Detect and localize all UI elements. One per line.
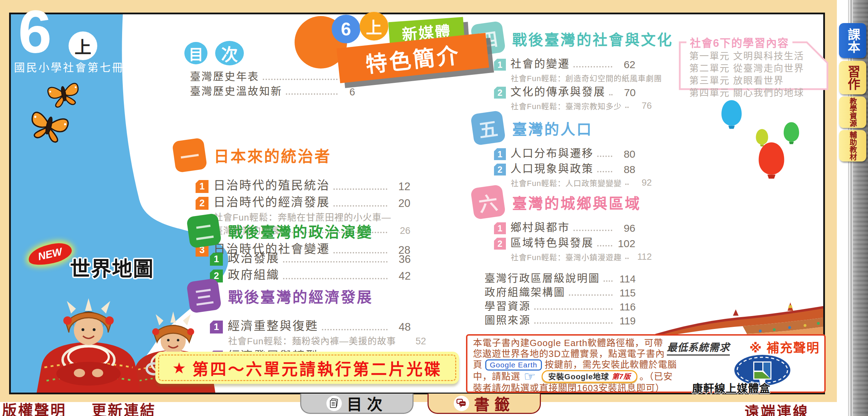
- toc-pages-icon: [326, 396, 342, 411]
- toc-entry[interactable]: 2 區域特色與發展 102: [494, 234, 635, 250]
- dotted-leader: [597, 171, 612, 172]
- dotted-leader: [322, 329, 388, 330]
- tab-workbook[interactable]: 習作: [839, 61, 866, 94]
- lesson-number-chip: 1: [210, 253, 223, 266]
- back-matter-list: 臺灣行政區層級說明圖 114 政府組織架構圖 115 學習資源 116 圖照來源…: [485, 271, 636, 327]
- toc-entry[interactable]: 2 文化的傳承與發展 70: [494, 83, 635, 99]
- dotted-leader: [283, 261, 388, 263]
- bookmark-tab[interactable]: 書籤: [428, 394, 541, 414]
- toc-entry-page: 115: [616, 287, 636, 299]
- sky-lantern-blue: [718, 99, 745, 131]
- dotted-leader: [333, 188, 387, 190]
- dotted-leader: [609, 94, 613, 95]
- world-map-link[interactable]: 世界地圖: [70, 252, 154, 282]
- dotted-leader: [573, 230, 612, 231]
- tab-supplementary-materials[interactable]: 輔助教材: [839, 130, 866, 162]
- toc-entry-label: 政府組織架構圖: [485, 284, 565, 299]
- tab-workbook-label: 習作: [844, 65, 862, 90]
- ge-line: 本電子書內建Google Earth軟體路徑檔，可帶: [473, 338, 674, 349]
- unit-2-heading[interactable]: 二 戰後臺灣的政治演變: [188, 215, 411, 247]
- toc-entry-page: 96: [616, 222, 635, 234]
- dotted-leader: [333, 205, 387, 207]
- toc-entry-page: 116: [616, 301, 636, 313]
- unit-2-title: 戰後臺灣的政治演變: [228, 220, 373, 242]
- toc-entry-page: 88: [616, 164, 635, 175]
- toc-entry[interactable]: 2 日治時代的經濟發展 20: [196, 193, 410, 210]
- toc-entry-label: 臺灣歷史溫故知新: [190, 83, 282, 98]
- preview-item: 第二單元 從臺灣走向世界: [689, 63, 804, 75]
- front-matter-list: 臺灣歷史年表 1 臺灣歷史溫故知新 6: [190, 69, 355, 98]
- unit-3-heading[interactable]: 三 戰後臺灣的經濟發展: [188, 280, 411, 312]
- bookmark-tab-label: 書籤: [474, 392, 515, 415]
- toc-entry-label: 日治時代的經濟發展: [213, 193, 330, 210]
- toc-entry-label: 政治發展: [228, 249, 280, 266]
- toc-entry[interactable]: 1 日治時代的殖民統治 12: [196, 176, 410, 193]
- google-earth-text: 本電子書內建Google Earth軟體路徑檔，可帶 您遨遊世界各地的3D立體實…: [473, 338, 674, 394]
- google-earth-info-box: 本電子書內建Google Earth軟體路徑檔，可帶 您遨遊世界各地的3D立體實…: [466, 334, 826, 393]
- toc-entry[interactable]: 臺灣行政區層級說明圖 114: [485, 271, 636, 285]
- google-earth-button[interactable]: Google Earth: [485, 359, 542, 371]
- toc-entry[interactable]: 圖照來源 119: [485, 313, 636, 327]
- preview-box-title: 社會6下的學習內容: [686, 34, 792, 50]
- star-icon: ★: [172, 359, 186, 377]
- unit-4-title: 戰後臺灣的社會與文化: [512, 28, 673, 49]
- toc-entry-page: 76: [632, 100, 652, 111]
- copyright-link[interactable]: 版權聲明: [2, 399, 66, 416]
- toc-entry[interactable]: 學習資源 116: [485, 299, 636, 313]
- unit-6-heading[interactable]: 六 臺灣的城鄉與區域: [472, 186, 635, 218]
- toc-tab[interactable]: 目次: [300, 394, 414, 414]
- min-system-requirements-link[interactable]: 最低系統需求: [667, 339, 730, 356]
- unit-6-block: 六 臺灣的城鄉與區域 1 鄉村與都市 96 2 區域特色與發展 102 社會Fu…: [472, 186, 635, 262]
- toc-entry-page: 52: [407, 336, 426, 347]
- toc-entry[interactable]: 2 人口現象與政策 88: [494, 160, 635, 175]
- dotted-leader: [625, 258, 629, 259]
- toc-entry-label: 臺灣歷史年表: [190, 68, 259, 83]
- toc-entry-label: 臺灣行政區層級說明圖: [485, 270, 600, 285]
- toc-entry[interactable]: 1 政治發展 36: [210, 249, 411, 266]
- update-link[interactable]: 更新連結: [92, 399, 156, 416]
- unit-2-badge-char: 二: [193, 216, 215, 246]
- toc-entry-page: 102: [616, 238, 635, 250]
- unit-5-heading[interactable]: 五 臺灣的人口: [472, 112, 635, 144]
- toc-entry-history-review[interactable]: 臺灣歷史溫故知新 6: [190, 83, 355, 98]
- toc-entry-fun[interactable]: 社會Fun輕鬆：麵粉袋內褲—美援的故事 52: [228, 333, 411, 347]
- install-google-earth-button[interactable]: 安裝Google地球 第7版: [542, 370, 637, 383]
- toc-entry[interactable]: 1 鄉村與都市 96: [494, 219, 635, 234]
- next-semester-preview-box: 社會6下的學習內容 第一單元 文明與科技生活 第二單元 從臺灣走向世界 第三單元…: [678, 34, 829, 91]
- unit-3-badge: 三: [186, 278, 222, 314]
- toc-entry[interactable]: 1 經濟重整與復甦 48: [210, 317, 411, 333]
- grade-number: 6: [18, 1, 52, 62]
- toc-entry-label: 經濟重整與復甦: [228, 316, 318, 333]
- unit-3-title: 戰後臺灣的經濟發展: [228, 285, 373, 307]
- remote-connection-link[interactable]: 遠端連線: [744, 400, 809, 416]
- toc-entry-history-timeline[interactable]: 臺灣歷史年表 1: [190, 69, 355, 83]
- ge-line-text: 。（已安: [640, 371, 673, 382]
- toc-entry[interactable]: 1 社會的變遷 62: [494, 55, 635, 71]
- lesson-number-chip: 2: [494, 164, 506, 175]
- toc-entry[interactable]: 政府組織架構圖 115: [485, 285, 636, 299]
- toc-entry-fun[interactable]: 社會Fun輕鬆：臺灣小鎮漫遊趣 112: [511, 250, 635, 262]
- toc-entry-fun[interactable]: 社會Fun輕鬆：創造奇幻空間的紙風車劇團 68: [511, 71, 635, 83]
- toc-entry-fun[interactable]: 社會Fun輕鬆：臺灣宗教知多少 76: [511, 99, 635, 111]
- toc-entry-label: 鄉村與都市: [510, 218, 570, 234]
- unit-4-heading[interactable]: 四 戰後臺灣的社會與文化: [472, 22, 635, 55]
- preview-item: 第一單元 文明與科技生活: [689, 50, 804, 63]
- toc-entry-label: 日治時代的殖民統治: [213, 176, 330, 193]
- dotted-leader: [286, 93, 338, 95]
- dotted-leader: [283, 278, 388, 279]
- ge-line-text: 頁: [473, 359, 482, 370]
- unit-1-heading[interactable]: 一 日本來的統治者: [174, 139, 410, 171]
- toc-entry-label: 社會Fun輕鬆：創造奇幻空間的紙風車劇團: [511, 72, 662, 83]
- tab-textbook-label: 課本: [844, 28, 862, 53]
- toc-title-char: 目: [184, 42, 207, 64]
- tab-teaching-resources[interactable]: 教學資源: [839, 96, 866, 128]
- toc-entry[interactable]: 1 人口分布與遷移 80: [494, 145, 635, 160]
- sky-lantern-red: [755, 141, 788, 181]
- toc-entry-page: 36: [391, 253, 411, 266]
- toc-entry-label: 區域特色與發展: [510, 234, 594, 250]
- toc-entry-page: 12: [391, 180, 410, 193]
- toc-entry-page: 62: [616, 59, 635, 71]
- tab-textbook[interactable]: 課本: [839, 23, 866, 58]
- toc-entry-label: 社會Fun輕鬆：臺灣宗教知多少: [511, 100, 622, 111]
- unit-5-block: 五 臺灣的人口 1 人口分布與遷移 80 2 人口現象與政策 88 社會Fun輕…: [472, 112, 635, 188]
